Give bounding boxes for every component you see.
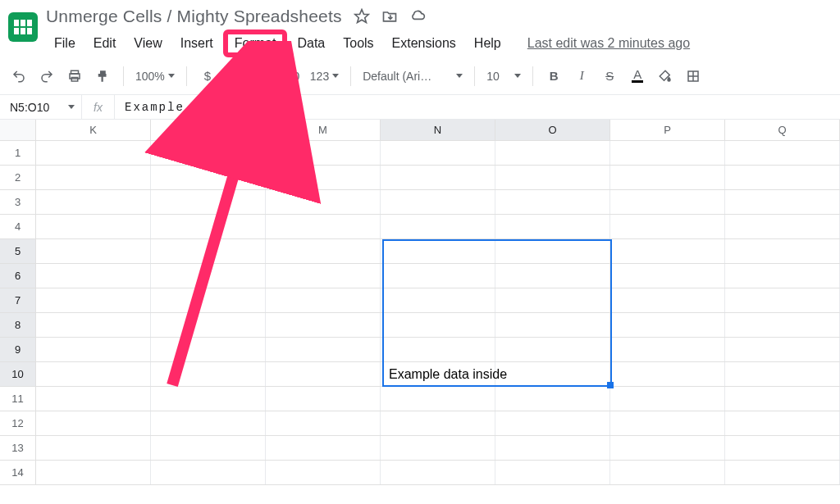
row-header-11[interactable]: 11	[0, 387, 36, 411]
row-header-7[interactable]: 7	[0, 288, 36, 312]
print-button[interactable]	[62, 64, 87, 89]
cell-K9[interactable]	[36, 338, 151, 361]
menu-insert[interactable]: Insert	[172, 31, 221, 56]
cell-P4[interactable]	[610, 215, 725, 238]
cell-L7[interactable]	[151, 288, 266, 312]
cell-M3[interactable]	[266, 190, 381, 214]
cell-O1[interactable]	[495, 141, 610, 165]
cell-M11[interactable]	[266, 387, 381, 411]
cell-Q14[interactable]	[725, 461, 840, 484]
menu-extensions[interactable]: Extensions	[384, 31, 464, 56]
row-header-14[interactable]: 14	[0, 461, 36, 484]
column-header-L[interactable]: L	[151, 120, 266, 140]
cell-Q11[interactable]	[725, 387, 840, 411]
cell-K1[interactable]	[36, 141, 151, 165]
cell-P6[interactable]	[610, 264, 725, 288]
cell-N2[interactable]	[381, 166, 495, 189]
cell-N5[interactable]	[381, 239, 495, 263]
cell-K5[interactable]	[36, 239, 151, 263]
cell-N13[interactable]	[381, 436, 495, 460]
cell-N8[interactable]	[381, 313, 495, 337]
cloud-status-icon[interactable]	[409, 8, 426, 25]
cell-P2[interactable]	[610, 166, 725, 189]
row-header-5[interactable]: 5	[0, 239, 36, 263]
cell-P8[interactable]	[610, 313, 725, 337]
cell-L2[interactable]	[151, 166, 266, 189]
column-header-O[interactable]: O	[495, 120, 610, 140]
last-edit-link[interactable]: Last edit was 2 minutes ago	[527, 36, 690, 51]
cell-L6[interactable]	[151, 264, 266, 288]
cell-M7[interactable]	[266, 288, 381, 312]
cell-N9[interactable]	[381, 338, 495, 361]
cell-N1[interactable]	[381, 141, 495, 165]
zoom-dropdown[interactable]: 100%	[132, 70, 178, 83]
row-header-9[interactable]: 9	[0, 338, 36, 361]
cell-P3[interactable]	[610, 190, 725, 214]
undo-button[interactable]	[7, 64, 31, 89]
cell-M4[interactable]	[266, 215, 381, 238]
increase-decimal-button[interactable]: .00	[279, 64, 304, 89]
cell-Q7[interactable]	[725, 288, 840, 312]
cell-K8[interactable]	[36, 313, 151, 337]
move-folder-icon[interactable]	[381, 8, 398, 25]
cell-K6[interactable]	[36, 264, 151, 288]
cell-Q12[interactable]	[725, 411, 840, 435]
italic-button[interactable]: I	[569, 64, 594, 89]
cell-K7[interactable]	[36, 288, 151, 312]
cell-M10[interactable]	[266, 362, 381, 386]
cell-O12[interactable]	[495, 411, 610, 435]
cell-Q10[interactable]	[725, 362, 840, 386]
format-currency-button[interactable]: $	[195, 64, 220, 89]
row-header-8[interactable]: 8	[0, 313, 36, 337]
formula-input[interactable]: Exampleinside	[115, 101, 840, 114]
menu-tools[interactable]: Tools	[335, 31, 381, 56]
cell-L10[interactable]	[151, 362, 266, 386]
cell-N6[interactable]	[381, 264, 495, 288]
cell-Q13[interactable]	[725, 436, 840, 460]
cell-P13[interactable]	[610, 436, 725, 460]
cell-K10[interactable]	[36, 362, 151, 386]
cell-Q6[interactable]	[725, 264, 840, 288]
cell-Q9[interactable]	[725, 338, 840, 361]
row-header-6[interactable]: 6	[0, 264, 36, 288]
paint-format-button[interactable]	[90, 64, 115, 89]
cell-K11[interactable]	[36, 387, 151, 411]
menu-data[interactable]: Data	[289, 31, 333, 56]
cell-P11[interactable]	[610, 387, 725, 411]
star-icon[interactable]	[354, 8, 370, 25]
redo-button[interactable]	[34, 64, 59, 89]
row-header-13[interactable]: 13	[0, 436, 36, 460]
menu-help[interactable]: Help	[466, 31, 509, 56]
cell-Q3[interactable]	[725, 190, 840, 214]
cell-M5[interactable]	[266, 239, 381, 263]
cell-O6[interactable]	[495, 264, 610, 288]
cell-L11[interactable]	[151, 387, 266, 411]
row-header-4[interactable]: 4	[0, 215, 36, 238]
row-header-2[interactable]: 2	[0, 166, 36, 189]
cell-M1[interactable]	[266, 141, 381, 165]
fill-color-button[interactable]	[653, 64, 678, 89]
cell-L4[interactable]	[151, 215, 266, 238]
document-title[interactable]: Unmerge Cells / Mighty Spreadsheets	[46, 7, 342, 26]
cell-N4[interactable]	[381, 215, 495, 238]
cell-L9[interactable]	[151, 338, 266, 361]
cell-O14[interactable]	[495, 461, 610, 484]
cell-L5[interactable]	[151, 239, 266, 263]
cell-P5[interactable]	[610, 239, 725, 263]
cell-P14[interactable]	[610, 461, 725, 484]
cell-O3[interactable]	[495, 190, 610, 214]
decrease-decimal-button[interactable]: .0	[251, 64, 276, 89]
cell-M12[interactable]	[266, 411, 381, 435]
cell-M13[interactable]	[266, 436, 381, 460]
cell-P10[interactable]	[610, 362, 725, 386]
cell-O11[interactable]	[495, 387, 610, 411]
borders-button[interactable]	[681, 64, 705, 89]
cell-O2[interactable]	[495, 166, 610, 189]
cell-Q8[interactable]	[725, 313, 840, 337]
cell-N10[interactable]	[381, 362, 495, 386]
cell-N14[interactable]	[381, 461, 495, 484]
cell-N12[interactable]	[381, 411, 495, 435]
name-box[interactable]: N5:O10	[0, 95, 82, 119]
bold-button[interactable]: B	[541, 64, 566, 89]
cell-K3[interactable]	[36, 190, 151, 214]
